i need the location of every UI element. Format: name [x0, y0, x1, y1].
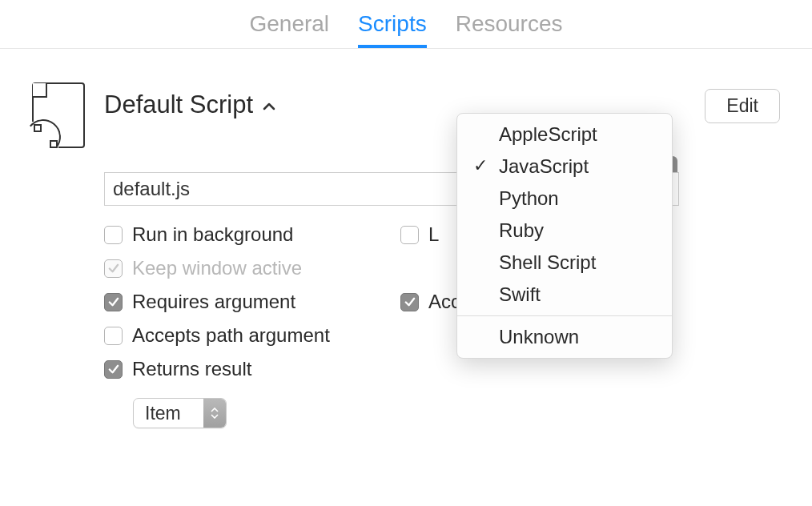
- script-details: default.js Run in background L Keep wind…: [104, 172, 780, 428]
- result-type-row: Item: [133, 398, 780, 428]
- language-option-shell[interactable]: Shell Script: [457, 247, 672, 279]
- language-option-unknown[interactable]: Unknown: [457, 321, 672, 353]
- script-title: Default Script: [104, 90, 253, 119]
- option-label: Keep window active: [132, 257, 302, 279]
- edit-button[interactable]: Edit: [705, 89, 780, 123]
- language-option-ruby[interactable]: Ruby: [457, 215, 672, 247]
- tab-resources[interactable]: Resources: [456, 11, 563, 48]
- script-file-icon: [32, 82, 85, 148]
- option-label: L: [428, 223, 439, 246]
- main-panel: Default Script Edit default.js Run in ba…: [0, 49, 812, 428]
- language-dropdown: AppleScript JavaScript Python Ruby Shell…: [456, 113, 673, 359]
- language-option-applescript[interactable]: AppleScript: [457, 118, 672, 151]
- select-value: Item: [134, 403, 203, 424]
- tab-scripts[interactable]: Scripts: [358, 11, 427, 48]
- up-down-caret-icon: [203, 399, 226, 428]
- checkbox-checked-icon: [104, 293, 123, 311]
- option-run-background[interactable]: Run in background: [104, 223, 384, 246]
- checkbox-unchecked-icon: [400, 226, 419, 244]
- checkbox-unchecked-icon: [104, 226, 123, 244]
- option-label: Accepts path argument: [132, 324, 330, 347]
- option-label: Run in background: [132, 223, 293, 246]
- option-label: Returns result: [132, 358, 251, 380]
- language-option-python[interactable]: Python: [457, 183, 672, 215]
- option-requires-argument[interactable]: Requires argument: [104, 291, 384, 313]
- result-type-select[interactable]: Item: [133, 398, 227, 428]
- checkbox-checked-icon: [104, 360, 123, 379]
- checkbox-checked-disabled-icon: [104, 259, 123, 278]
- language-option-swift[interactable]: Swift: [457, 279, 672, 311]
- dropdown-separator: [457, 315, 672, 316]
- tab-general[interactable]: General: [249, 11, 329, 48]
- option-keep-window: Keep window active: [104, 257, 384, 279]
- option-accepts-path[interactable]: Accepts path argument: [104, 324, 384, 347]
- checkbox-unchecked-icon: [104, 327, 123, 345]
- option-returns-result[interactable]: Returns result: [104, 358, 384, 380]
- chevron-up-icon: [263, 102, 275, 110]
- option-label: Requires argument: [132, 291, 295, 313]
- checkbox-checked-icon: [400, 293, 419, 311]
- tab-bar: General Scripts Resources: [0, 0, 812, 49]
- language-option-javascript[interactable]: JavaScript: [457, 151, 672, 183]
